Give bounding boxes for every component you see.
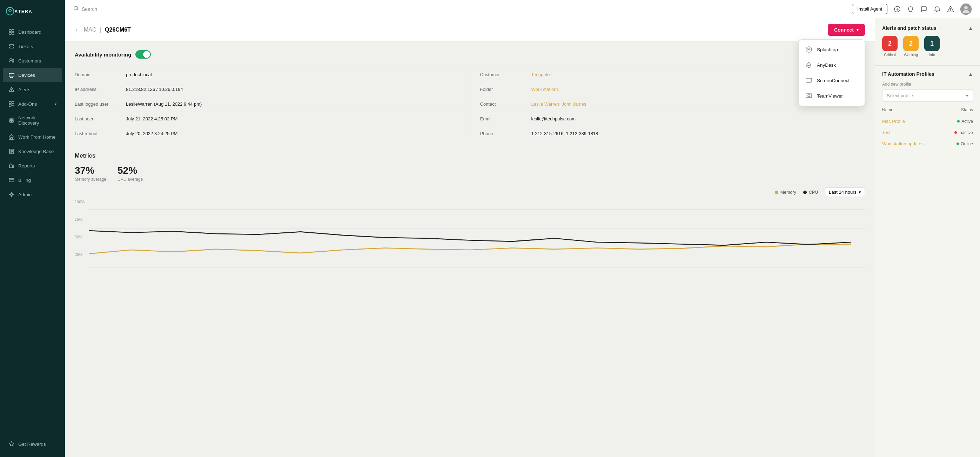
sidebar-item-dashboard[interactable]: Dashboard	[3, 25, 62, 39]
svg-point-16	[11, 193, 13, 195]
sidebar-item-addons[interactable]: Add-Ons ▾	[3, 97, 62, 111]
connect-button[interactable]: Connect ▾	[828, 24, 865, 36]
warning-label: Warning	[904, 53, 918, 57]
info-row-domain: Domain product.local	[75, 67, 460, 82]
sidebar-item-admin[interactable]: Admin	[3, 187, 62, 201]
chat-icon[interactable]	[920, 6, 928, 13]
y-label-100: 100%	[75, 200, 89, 204]
critical-count[interactable]: 2	[882, 36, 897, 51]
select-profile-label: Select profile	[887, 93, 913, 98]
metrics-stats: 37% Memory average 52% CPU average	[75, 165, 865, 182]
customer-value[interactable]: Techpulse	[531, 72, 552, 77]
memory-legend: Memory	[775, 190, 796, 195]
page-title: Q26CM6T	[105, 27, 131, 33]
memory-legend-label: Memory	[780, 190, 796, 195]
contact-value[interactable]: Leslie Warren, John James	[531, 101, 587, 107]
status-col-header: Status	[961, 107, 973, 112]
folder-value[interactable]: Work stations	[531, 87, 559, 92]
dropdown-item-anydesk[interactable]: AnyDesk	[799, 57, 865, 73]
phone-value: 1 212-315-2616, 1 212-389-1818	[531, 131, 598, 136]
warning-count[interactable]: 2	[903, 36, 919, 51]
profile-status-workstation: Online	[956, 141, 973, 146]
svg-point-17	[74, 6, 78, 10]
metrics-section: Metrics 37% Memory average 52% CPU avera…	[75, 152, 865, 277]
topbar: Search Install Agent	[65, 0, 980, 18]
screenconnect-icon	[805, 77, 813, 84]
dropdown-item-screenconnect[interactable]: ScreenConnect	[799, 73, 865, 88]
connect-dropdown: Splashtop AnyDesk ScreenCo	[798, 39, 865, 106]
title-prefix: MAC	[84, 27, 97, 33]
cpu-legend: CPU	[803, 190, 818, 195]
install-agent-button[interactable]: Install Agent	[852, 4, 888, 14]
info-row-last-user: Last logged user LeslieWarren (Aug 11, 2…	[75, 97, 460, 112]
email-label: Email	[480, 116, 526, 121]
sidebar-bottom: Get Rewards	[0, 434, 65, 457]
info-row-email: Email leslie@techpulse.com	[480, 112, 865, 126]
sidebar-item-tickets[interactable]: Tickets	[3, 39, 62, 53]
status-text-workstation: Online	[961, 141, 973, 146]
last-user-label: Last logged user	[75, 101, 120, 107]
customer-label: Customer	[480, 72, 526, 77]
select-profile-dropdown[interactable]: Select profile ▾	[882, 89, 973, 102]
search-label: Search	[82, 6, 97, 12]
sidebar-item-label: Devices	[18, 73, 35, 78]
availability-toggle[interactable]	[135, 50, 151, 59]
ticket-icon	[8, 43, 15, 50]
sidebar-item-network-discovery[interactable]: Network Discovery	[3, 111, 62, 129]
sidebar-item-label: Admin	[18, 192, 32, 197]
status-dot-inactive	[955, 131, 957, 134]
svg-rect-10	[12, 101, 14, 104]
profile-name-test[interactable]: Test	[882, 130, 891, 135]
y-label-25: 25%	[75, 252, 89, 257]
back-button[interactable]: ←	[75, 27, 80, 33]
warning-icon[interactable]	[947, 6, 954, 13]
time-range-select[interactable]: Last 24 hours ▾	[825, 187, 865, 197]
bell-icon[interactable]	[934, 6, 941, 13]
sidebar-item-alerts[interactable]: Alerts	[3, 83, 62, 96]
last-seen-value: July 21, 2022 4:25:02 PM	[126, 116, 178, 121]
sidebar-item-label: Network Discovery	[18, 115, 56, 126]
alerts-collapse-button[interactable]: ▲	[968, 25, 973, 31]
sidebar-item-reports[interactable]: Reports	[3, 159, 62, 173]
sidebar-item-knowledge-base[interactable]: Knowledge Base	[3, 144, 62, 158]
sidebar-item-label: Billing	[18, 177, 31, 183]
sidebar: ATERA Dashboard Tickets Customers Devi	[0, 0, 65, 457]
dashboard-icon	[8, 29, 15, 35]
sidebar-item-work-from-home[interactable]: Work From Home	[3, 130, 62, 144]
avatar[interactable]	[960, 3, 972, 15]
y-label-75: 75%	[75, 217, 89, 222]
sidebar-item-billing[interactable]: Billing	[3, 173, 62, 187]
svg-point-22	[808, 49, 810, 50]
profile-table-header: Name Status	[882, 107, 973, 112]
svg-rect-4	[9, 32, 11, 34]
bulb-icon[interactable]	[907, 6, 914, 13]
connect-label: Connect	[834, 27, 854, 33]
folder-label: Folder	[480, 87, 526, 92]
sidebar-item-label: Tickets	[18, 44, 33, 49]
sidebar-item-customers[interactable]: Customers	[3, 54, 62, 68]
search-area[interactable]: Search	[73, 6, 846, 12]
availability-label: Availability monitoring	[75, 51, 131, 58]
svg-rect-14	[11, 137, 13, 139]
home-icon	[8, 134, 15, 140]
alerts-icon	[8, 86, 15, 93]
panel-divider	[875, 65, 980, 66]
memory-stat: 37% Memory average	[75, 165, 106, 182]
devices-icon	[8, 72, 15, 78]
dropdown-item-splashtop[interactable]: Splashtop	[799, 42, 865, 57]
dropdown-item-teamviewer[interactable]: TeamViewer	[799, 88, 865, 104]
domain-value: product.local	[126, 72, 152, 77]
profile-name-mac[interactable]: Mac Profile	[882, 119, 905, 124]
info-count[interactable]: 1	[924, 36, 940, 51]
sidebar-item-label: Alerts	[18, 87, 30, 92]
email-value: leslie@techpulse.com	[531, 116, 576, 121]
profile-name-workstation[interactable]: Workstation updates	[882, 141, 924, 146]
sidebar-item-devices[interactable]: Devices	[3, 68, 62, 82]
sidebar-item-get-rewards[interactable]: Get Rewards	[3, 437, 62, 451]
critical-label: Critical	[884, 53, 896, 57]
plus-icon[interactable]	[894, 6, 901, 13]
alert-badges: 2 Critical 2 Warning 1 Info	[882, 36, 973, 57]
info-badge: 1 Info	[924, 36, 940, 57]
automation-collapse-button[interactable]: ▲	[968, 71, 973, 77]
connect-chevron-icon: ▾	[856, 28, 859, 32]
